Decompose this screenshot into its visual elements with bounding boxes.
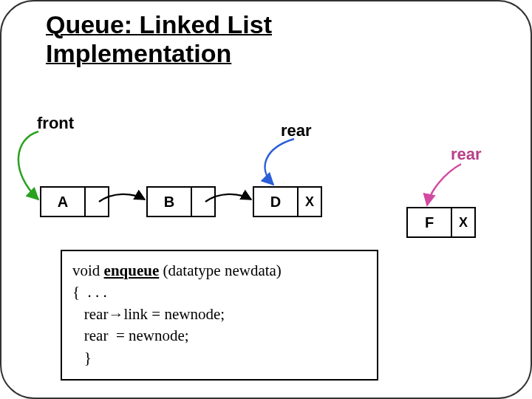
node-a: A — [40, 186, 109, 217]
node-d-pointer: X — [299, 188, 321, 216]
node-a-pointer — [86, 188, 108, 216]
node-d-data: D — [254, 188, 299, 216]
front-arrow — [18, 132, 38, 200]
rear-new-arrow — [427, 164, 461, 205]
slide-title: Queue: Linked List Implementation — [46, 10, 272, 68]
node-b-data: B — [148, 188, 192, 216]
title-line-2: Implementation — [46, 39, 231, 67]
code-line-3: rear→link = newnode; — [72, 304, 366, 325]
node-b: B — [146, 186, 216, 217]
node-f-pointer: X — [452, 208, 474, 236]
node-a-data: A — [41, 188, 86, 216]
code-line-5: } — [72, 347, 366, 369]
code-sig-prefix: void — [72, 262, 104, 279]
title-line-1: Queue: Linked List — [46, 10, 272, 38]
code-line-2: { . . . — [72, 282, 366, 303]
node-f-data: F — [408, 208, 452, 236]
code-sig-suffix: (datatype newdata) — [159, 262, 282, 279]
rear-old-arrow — [265, 139, 294, 185]
rear-label-old: rear — [281, 121, 312, 140]
node-d: D X — [253, 186, 322, 217]
node-f: F X — [406, 207, 476, 238]
rear-label-new: rear — [451, 145, 482, 164]
code-line-4: rear = newnode; — [72, 325, 366, 347]
code-box: void enqueue (datatype newdata) { . . . … — [61, 250, 378, 381]
slide-frame: Queue: Linked List Implementation front … — [0, 0, 532, 399]
code-fn-name: enqueue — [104, 262, 160, 279]
node-b-pointer — [192, 188, 214, 216]
code-line-1: void enqueue (datatype newdata) — [72, 260, 366, 282]
front-label: front — [37, 114, 74, 133]
